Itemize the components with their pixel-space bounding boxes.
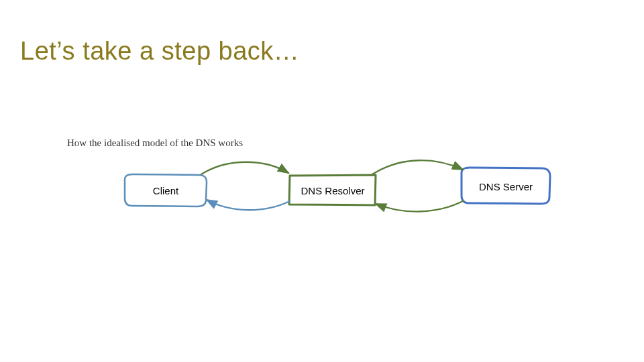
client-label: Client (125, 185, 206, 196)
resolver-label: DNS Resolver (292, 185, 373, 196)
slide: Let’s take a step back… How the idealise… (0, 0, 644, 362)
server-label: DNS Server (466, 181, 546, 192)
arrow-client-to-resolver (201, 162, 288, 174)
dns-flow-diagram (0, 0, 644, 362)
arrow-resolver-to-server (372, 160, 463, 174)
arrow-resolver-to-client (207, 200, 290, 210)
arrow-server-to-resolver (376, 201, 463, 212)
